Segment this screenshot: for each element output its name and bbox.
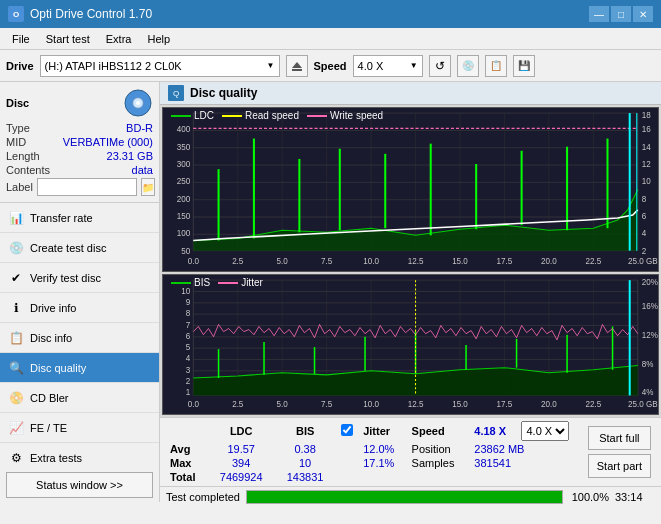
chart1-legend: LDC Read speed Write speed <box>171 110 383 121</box>
svg-text:5.0: 5.0 <box>277 257 289 266</box>
disc-label-input[interactable] <box>37 178 137 196</box>
svg-text:8: 8 <box>642 195 647 204</box>
position-label: Position <box>408 442 471 456</box>
drive-dropdown-arrow[interactable]: ▼ <box>267 61 275 70</box>
legend-writespeed-color <box>307 115 327 117</box>
jitter-checkbox[interactable] <box>341 424 353 436</box>
svg-text:6: 6 <box>186 332 191 341</box>
disc-info-icon: 📋 <box>8 330 24 346</box>
svg-text:100: 100 <box>177 229 191 238</box>
disc-row-key: Length <box>6 150 40 162</box>
start-full-button[interactable]: Start full <box>588 426 651 450</box>
maximize-button[interactable]: □ <box>611 6 631 22</box>
progress-bar-inner <box>247 491 562 503</box>
svg-text:250: 250 <box>177 177 191 186</box>
max-ldc: 394 <box>207 456 275 470</box>
svg-text:7.5: 7.5 <box>321 257 333 266</box>
svg-text:350: 350 <box>177 143 191 152</box>
svg-text:0.0: 0.0 <box>188 257 200 266</box>
svg-text:300: 300 <box>177 160 191 169</box>
svg-text:7.5: 7.5 <box>321 400 333 409</box>
content-area: Q Disc quality LDC Read speed <box>160 82 661 502</box>
disc-label-key: Label <box>6 181 33 193</box>
sidebar: Disc TypeBD-RMIDVERBATIMe (000)Length23.… <box>0 82 160 502</box>
eject-button[interactable] <box>286 55 308 77</box>
sidebar-item-fe-te[interactable]: 📈FE / TE <box>0 413 159 443</box>
svg-text:25.0 GB: 25.0 GB <box>628 400 658 409</box>
sidebar-item-transfer-rate[interactable]: 📊Transfer rate <box>0 203 159 233</box>
sidebar-item-disc-info[interactable]: 📋Disc info <box>0 323 159 353</box>
legend-readspeed: Read speed <box>222 110 299 121</box>
disc-label-browse-button[interactable]: 📁 <box>141 178 155 196</box>
disc-row-val: VERBATIMe (000) <box>63 136 153 148</box>
drive-select[interactable]: (H:) ATAPI iHBS112 2 CL0K ▼ <box>40 55 280 77</box>
svg-text:16%: 16% <box>642 302 658 311</box>
svg-text:200: 200 <box>177 195 191 204</box>
disc-row-val: data <box>132 164 153 176</box>
sidebar-item-verify-test-disc[interactable]: ✔Verify test disc <box>0 263 159 293</box>
disc-row-key: MID <box>6 136 26 148</box>
svg-text:50: 50 <box>181 247 190 256</box>
refresh-button[interactable]: ↺ <box>429 55 451 77</box>
svg-text:22.5: 22.5 <box>585 257 601 266</box>
svg-text:9: 9 <box>186 298 191 307</box>
drive-label: Drive <box>6 60 34 72</box>
legend-jitter: Jitter <box>218 277 263 288</box>
disc-row: MIDVERBATIMe (000) <box>6 136 153 148</box>
action-buttons: Start full Start part <box>584 420 655 484</box>
extra-tests-label: Extra tests <box>30 452 82 464</box>
disc-label-row: Label 📁 <box>6 178 153 196</box>
drive-action-btn3[interactable]: 💾 <box>513 55 535 77</box>
speed-dropdown-arrow[interactable]: ▼ <box>410 61 418 70</box>
disc-row: Length23.31 GB <box>6 150 153 162</box>
title-bar: O Opti Drive Control 1.70 — □ ✕ <box>0 0 661 28</box>
svg-text:8%: 8% <box>642 360 654 369</box>
disc-row: TypeBD-R <box>6 122 153 134</box>
disc-info-rows: TypeBD-RMIDVERBATIMe (000)Length23.31 GB… <box>6 122 153 176</box>
menu-help[interactable]: Help <box>139 31 178 47</box>
speed-select-cell: 4.0 X <box>519 420 583 442</box>
legend-jitter-color <box>218 282 238 284</box>
fe-te-icon: 📈 <box>8 420 24 436</box>
sidebar-item-create-test-disc[interactable]: 💿Create test disc <box>0 233 159 263</box>
status-window-button[interactable]: Status window >> <box>6 472 153 498</box>
menu-file[interactable]: File <box>4 31 38 47</box>
drive-value: (H:) ATAPI iHBS112 2 CL0K <box>45 60 182 72</box>
close-button[interactable]: ✕ <box>633 6 653 22</box>
svg-text:4: 4 <box>642 229 647 238</box>
speed-select[interactable]: 4.0 X ▼ <box>353 55 423 77</box>
stats-speed-select[interactable]: 4.0 X <box>521 421 569 441</box>
svg-text:0.0: 0.0 <box>188 400 200 409</box>
legend-ldc: LDC <box>171 110 214 121</box>
sidebar-item-extra-tests[interactable]: ⚙Extra tests <box>0 443 159 468</box>
content-title: Disc quality <box>190 86 257 100</box>
sidebar-item-drive-info[interactable]: ℹDrive info <box>0 293 159 323</box>
drive-action-btn2[interactable]: 📋 <box>485 55 507 77</box>
svg-text:5: 5 <box>186 343 191 352</box>
drive-info-label: Drive info <box>30 302 76 314</box>
title-bar-left: O Opti Drive Control 1.70 <box>8 6 152 22</box>
charts-container: LDC Read speed Write speed <box>160 105 661 417</box>
start-part-button[interactable]: Start part <box>588 454 651 478</box>
menu-extra[interactable]: Extra <box>98 31 140 47</box>
col-jitter: Jitter <box>359 420 407 442</box>
menu-start-test[interactable]: Start test <box>38 31 98 47</box>
nav-items: 📊Transfer rate💿Create test disc✔Verify t… <box>0 203 159 468</box>
svg-text:22.5: 22.5 <box>585 400 601 409</box>
disc-header: Disc <box>6 88 153 118</box>
title-bar-controls: — □ ✕ <box>589 6 653 22</box>
svg-text:4: 4 <box>186 354 191 363</box>
status-text: Test completed <box>166 491 240 503</box>
col-ldc: LDC <box>207 420 275 442</box>
svg-text:12%: 12% <box>642 331 658 340</box>
disc-row-val: 23.31 GB <box>107 150 153 162</box>
svg-text:12.5: 12.5 <box>408 400 424 409</box>
minimize-button[interactable]: — <box>589 6 609 22</box>
svg-text:150: 150 <box>177 212 191 221</box>
disc-section: Disc TypeBD-RMIDVERBATIMe (000)Length23.… <box>0 82 159 203</box>
sidebar-item-cd-bler[interactable]: 📀CD Bler <box>0 383 159 413</box>
svg-text:2: 2 <box>642 247 647 256</box>
svg-text:2: 2 <box>186 377 191 386</box>
sidebar-item-disc-quality[interactable]: 🔍Disc quality <box>0 353 159 383</box>
drive-action-btn1[interactable]: 💿 <box>457 55 479 77</box>
